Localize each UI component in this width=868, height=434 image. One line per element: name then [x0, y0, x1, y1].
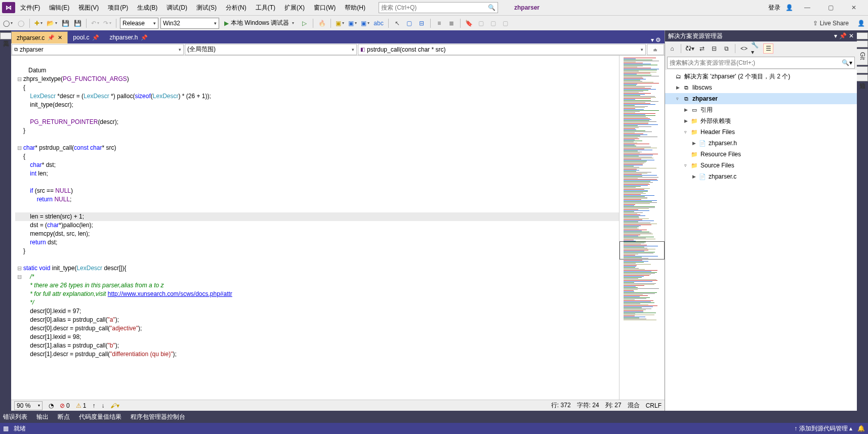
menu-工具(T)[interactable]: 工具(T) — [252, 2, 279, 14]
se-refresh-button[interactable]: 🗘▾ — [685, 44, 695, 54]
next-issue-button[interactable]: ↓ — [101, 402, 104, 409]
pin-icon[interactable]: 📌 — [141, 34, 148, 41]
se-prop-button[interactable]: 🔧▾ — [751, 44, 761, 54]
platform-combo[interactable]: Win32 — [160, 18, 219, 29]
nav-func-combo[interactable]: ◧pstrdup_call(const char * src) — [358, 44, 646, 55]
tree-libscws[interactable]: ▶⧉libscws — [665, 82, 857, 93]
outline-toggle[interactable] — [15, 350, 23, 359]
eol-indicator[interactable]: CRLF — [646, 402, 662, 409]
tree-Resource Files[interactable]: 📁Resource Files — [665, 149, 857, 160]
menu-窗口(W)[interactable]: 窗口(W) — [310, 2, 340, 14]
tree-zhparser[interactable]: ▿⧉zhparser — [665, 93, 857, 104]
outline-toggle[interactable]: ⊟ — [15, 75, 23, 83]
redo-button[interactable]: ↷ — [102, 18, 112, 29]
menu-文件(F)[interactable]: 文件(F) — [16, 2, 44, 14]
minimize-button[interactable]: — — [798, 2, 816, 13]
outline-toggle[interactable] — [15, 341, 23, 350]
bottomtab-输出[interactable]: 输出 — [36, 413, 49, 421]
tree-Header Files[interactable]: ▿📁Header Files — [665, 126, 857, 138]
open-button[interactable]: 📂 — [46, 18, 58, 29]
zoom-combo[interactable]: 90 % — [14, 401, 43, 410]
outline-toggle[interactable] — [15, 58, 23, 66]
bookmark-button[interactable]: 🔖 — [464, 18, 474, 29]
prev-issue-button[interactable]: ↑ — [92, 402, 95, 409]
brush-button[interactable]: 🖌▾ — [110, 402, 119, 409]
user-icon[interactable]: 👤 — [786, 4, 793, 11]
new-project-button[interactable]: ✚ — [33, 18, 44, 29]
se-preview-button[interactable]: ☰ — [763, 44, 773, 54]
outline-toggle[interactable] — [15, 187, 23, 195]
tree-引用[interactable]: ▶▭引用 — [665, 104, 857, 115]
outline-toggle[interactable] — [15, 169, 23, 178]
se-home-button[interactable]: ⌂ — [667, 44, 677, 54]
bottomtab-断点[interactable]: 断点 — [58, 413, 70, 421]
outline-toggle[interactable]: ⊟ — [15, 144, 23, 152]
tb-btn-d[interactable]: ▢ — [404, 18, 415, 29]
panel-menu-icon[interactable]: ▾ — [834, 32, 837, 39]
uncomment-button[interactable]: ≣ — [446, 18, 457, 29]
outline-toggle[interactable] — [15, 298, 23, 307]
solution-search[interactable]: 🔍▾ — [667, 57, 855, 69]
tb-btn-a[interactable]: ▣ — [335, 18, 345, 29]
close-icon[interactable]: ✕ — [58, 34, 62, 41]
nav-class-combo[interactable]: (全局范围) — [185, 44, 357, 55]
outline-toggle[interactable] — [15, 255, 23, 264]
issues-icon[interactable]: ◔ — [49, 402, 54, 409]
cursor-button[interactable]: ↖ — [392, 18, 402, 29]
liveshare-button[interactable]: ⇪Live Share — [808, 20, 854, 27]
maximize-button[interactable]: ▢ — [821, 2, 840, 13]
outline-toggle[interactable] — [15, 238, 23, 247]
outline-toggle[interactable] — [15, 324, 23, 333]
menu-帮助(H)[interactable]: 帮助(H) — [341, 2, 369, 14]
split-editor-button[interactable]: ⫨ — [647, 44, 664, 55]
start-nodebug-button[interactable]: ▷ — [299, 18, 309, 29]
outline-toggle[interactable] — [15, 161, 23, 169]
config-combo[interactable]: Release — [120, 18, 158, 29]
save-all-button[interactable]: 💾 — [72, 18, 82, 29]
outline-toggle[interactable] — [15, 221, 23, 230]
pin-icon[interactable]: 📌 — [48, 34, 55, 41]
tree-Source Files[interactable]: ▿📁Source Files — [665, 160, 857, 171]
outline-toggle[interactable] — [15, 126, 23, 135]
menu-生成(B)[interactable]: 生成(B) — [133, 2, 161, 14]
se-showall-button[interactable]: ⧉ — [721, 44, 731, 54]
outline-toggle[interactable] — [15, 152, 23, 161]
add-scm-button[interactable]: ↑ 添加到源代码管理 ▴ — [794, 424, 852, 433]
se-sync-button[interactable]: ⇄ — [697, 44, 707, 54]
tree-解决方案 'zhparser' (2 个项目，共 2 个)[interactable]: 🗂解决方案 'zhparser' (2 个项目，共 2 个) — [665, 71, 857, 82]
comment-button[interactable]: ≡ — [434, 18, 444, 29]
outline-toggle[interactable] — [15, 230, 23, 238]
se-code-button[interactable]: <> — [739, 44, 749, 54]
hot-reload-button[interactable]: 🔥 — [317, 18, 327, 29]
outline-toggle[interactable]: ⊟ — [15, 273, 23, 281]
warning-count[interactable]: ⚠1 — [76, 402, 87, 409]
rail-工具箱[interactable]: 工具箱 — [0, 32, 11, 39]
rail-属性[interactable]: 属性 — [857, 40, 868, 48]
rail-通知[interactable]: 通知 — [857, 74, 868, 81]
menu-视图(V)[interactable]: 视图(V) — [74, 2, 103, 14]
undo-button[interactable]: ↶ — [90, 18, 100, 29]
outline-toggle[interactable] — [15, 333, 23, 341]
tb-btn-b[interactable]: ▣ — [347, 18, 358, 29]
minimap-viewport[interactable] — [619, 241, 665, 259]
tree-外部依赖项[interactable]: ▶📁外部依赖项 — [665, 115, 857, 126]
encoding-indicator[interactable]: 混合 — [628, 401, 640, 410]
panel-close-icon[interactable]: ✕ — [849, 32, 854, 39]
global-search-input[interactable] — [381, 4, 488, 11]
global-search[interactable]: 🔍 — [379, 2, 498, 13]
outline-toggle[interactable] — [15, 178, 23, 187]
menu-调试(D)[interactable]: 调试(D) — [162, 2, 191, 14]
close-button[interactable]: ✕ — [845, 2, 863, 13]
bottomtab-代码度量值结果[interactable]: 代码度量值结果 — [79, 413, 121, 421]
outline-toggle[interactable] — [15, 195, 23, 204]
outline-toggle[interactable] — [15, 118, 23, 126]
outline-toggle[interactable]: ⊟ — [15, 264, 23, 273]
tb-btn-h[interactable]: ▢ — [501, 18, 511, 29]
code-editor[interactable]: Datum⊟zhprs_lextype(PG_FUNCTION_ARGS) { … — [11, 56, 619, 400]
rail-Git 更改[interactable]: Git 更改 — [857, 49, 868, 65]
menu-测试(S)[interactable]: 测试(S) — [192, 2, 221, 14]
menu-扩展(X)[interactable]: 扩展(X) — [280, 2, 309, 14]
tab-zhparser.c[interactable]: zhparser.c📌✕ — [11, 31, 68, 44]
outline-toggle[interactable] — [15, 135, 23, 144]
notifications-button[interactable]: 🔔 — [857, 425, 865, 432]
